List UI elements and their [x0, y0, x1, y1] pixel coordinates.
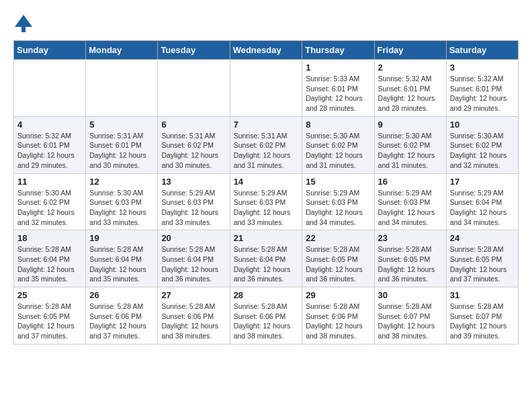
header-row: SundayMondayTuesdayWednesdayThursdayFrid… [14, 41, 519, 60]
calendar-cell: 4Sunrise: 5:32 AM Sunset: 6:01 PM Daylig… [14, 116, 86, 173]
day-number: 17 [450, 177, 515, 187]
cell-content: Sunrise: 5:32 AM Sunset: 6:01 PM Dayligh… [450, 74, 515, 113]
calendar-cell: 12Sunrise: 5:30 AM Sunset: 6:03 PM Dayli… [86, 173, 158, 230]
day-number: 2 [378, 62, 443, 73]
cell-content: Sunrise: 5:31 AM Sunset: 6:02 PM Dayligh… [161, 131, 226, 171]
day-number: 3 [450, 62, 515, 73]
day-number: 13 [161, 177, 226, 187]
calendar-cell: 11Sunrise: 5:30 AM Sunset: 6:02 PM Dayli… [14, 173, 86, 230]
calendar-cell: 31Sunrise: 5:28 AM Sunset: 6:07 PM Dayli… [446, 287, 518, 345]
day-header: Sunday [14, 41, 86, 60]
day-number: 28 [234, 290, 299, 300]
calendar-cell: 23Sunrise: 5:28 AM Sunset: 6:05 PM Dayli… [374, 230, 446, 287]
cell-content: Sunrise: 5:29 AM Sunset: 6:03 PM Dayligh… [234, 188, 299, 228]
calendar-cell [86, 60, 158, 117]
cell-content: Sunrise: 5:28 AM Sunset: 6:07 PM Dayligh… [450, 302, 515, 341]
calendar-cell: 15Sunrise: 5:29 AM Sunset: 6:03 PM Dayli… [302, 173, 374, 230]
calendar-cell: 5Sunrise: 5:31 AM Sunset: 6:01 PM Daylig… [86, 116, 158, 173]
day-number: 1 [306, 62, 370, 73]
day-number: 27 [161, 290, 226, 300]
logo-icon [13, 13, 34, 34]
cell-content: Sunrise: 5:32 AM Sunset: 6:01 PM Dayligh… [17, 131, 82, 171]
day-number: 11 [17, 177, 82, 187]
day-header: Friday [374, 41, 446, 60]
day-number: 6 [161, 120, 226, 130]
calendar-cell: 8Sunrise: 5:30 AM Sunset: 6:02 PM Daylig… [302, 116, 374, 173]
calendar-cell [158, 60, 230, 117]
day-number: 30 [378, 290, 443, 300]
day-number: 31 [450, 290, 515, 300]
cell-content: Sunrise: 5:28 AM Sunset: 6:07 PM Dayligh… [378, 302, 443, 341]
calendar-week: 25Sunrise: 5:28 AM Sunset: 6:05 PM Dayli… [14, 287, 519, 345]
calendar-cell: 7Sunrise: 5:31 AM Sunset: 6:02 PM Daylig… [230, 116, 302, 173]
calendar-cell: 19Sunrise: 5:28 AM Sunset: 6:04 PM Dayli… [86, 230, 158, 287]
calendar-cell: 14Sunrise: 5:29 AM Sunset: 6:03 PM Dayli… [230, 173, 302, 230]
day-header: Thursday [302, 41, 374, 60]
cell-content: Sunrise: 5:30 AM Sunset: 6:03 PM Dayligh… [89, 188, 154, 228]
day-number: 5 [89, 120, 154, 130]
cell-content: Sunrise: 5:28 AM Sunset: 6:04 PM Dayligh… [17, 244, 82, 284]
day-number: 8 [306, 120, 370, 130]
day-number: 22 [306, 233, 370, 243]
cell-content: Sunrise: 5:28 AM Sunset: 6:05 PM Dayligh… [17, 302, 82, 341]
day-number: 24 [450, 233, 515, 243]
calendar-cell: 28Sunrise: 5:28 AM Sunset: 6:06 PM Dayli… [230, 287, 302, 345]
calendar-cell: 17Sunrise: 5:29 AM Sunset: 6:04 PM Dayli… [446, 173, 518, 230]
calendar-week: 4Sunrise: 5:32 AM Sunset: 6:01 PM Daylig… [14, 116, 519, 173]
cell-content: Sunrise: 5:28 AM Sunset: 6:06 PM Dayligh… [306, 302, 370, 341]
calendar-cell: 27Sunrise: 5:28 AM Sunset: 6:06 PM Dayli… [158, 287, 230, 345]
calendar-week: 11Sunrise: 5:30 AM Sunset: 6:02 PM Dayli… [14, 173, 519, 230]
calendar-cell: 9Sunrise: 5:30 AM Sunset: 6:02 PM Daylig… [374, 116, 446, 173]
day-number: 18 [17, 233, 82, 243]
day-number: 12 [89, 177, 154, 187]
calendar-cell: 21Sunrise: 5:28 AM Sunset: 6:04 PM Dayli… [230, 230, 302, 287]
cell-content: Sunrise: 5:28 AM Sunset: 6:05 PM Dayligh… [378, 244, 443, 284]
cell-content: Sunrise: 5:28 AM Sunset: 6:05 PM Dayligh… [450, 244, 515, 284]
calendar-cell: 1Sunrise: 5:33 AM Sunset: 6:01 PM Daylig… [302, 60, 374, 117]
page-header [13, 13, 519, 34]
day-number: 4 [17, 120, 82, 130]
cell-content: Sunrise: 5:30 AM Sunset: 6:02 PM Dayligh… [306, 131, 370, 171]
calendar-cell: 13Sunrise: 5:29 AM Sunset: 6:03 PM Dayli… [158, 173, 230, 230]
calendar-cell: 25Sunrise: 5:28 AM Sunset: 6:05 PM Dayli… [14, 287, 86, 345]
cell-content: Sunrise: 5:28 AM Sunset: 6:04 PM Dayligh… [89, 244, 154, 284]
calendar-cell: 20Sunrise: 5:28 AM Sunset: 6:04 PM Dayli… [158, 230, 230, 287]
calendar: SundayMondayTuesdayWednesdayThursdayFrid… [13, 40, 519, 345]
cell-content: Sunrise: 5:28 AM Sunset: 6:06 PM Dayligh… [161, 302, 226, 341]
calendar-cell: 16Sunrise: 5:29 AM Sunset: 6:03 PM Dayli… [374, 173, 446, 230]
cell-content: Sunrise: 5:28 AM Sunset: 6:04 PM Dayligh… [234, 244, 299, 284]
calendar-cell [14, 60, 86, 117]
cell-content: Sunrise: 5:28 AM Sunset: 6:05 PM Dayligh… [306, 244, 370, 284]
cell-content: Sunrise: 5:30 AM Sunset: 6:02 PM Dayligh… [450, 131, 515, 171]
svg-marker-0 [15, 15, 32, 27]
cell-content: Sunrise: 5:29 AM Sunset: 6:03 PM Dayligh… [161, 188, 226, 228]
day-header: Saturday [446, 41, 518, 60]
svg-rect-1 [21, 27, 26, 32]
cell-content: Sunrise: 5:33 AM Sunset: 6:01 PM Dayligh… [306, 74, 370, 113]
logo [13, 13, 36, 34]
day-number: 29 [306, 290, 370, 300]
day-number: 9 [378, 120, 443, 130]
cell-content: Sunrise: 5:29 AM Sunset: 6:03 PM Dayligh… [378, 188, 443, 228]
calendar-cell: 26Sunrise: 5:28 AM Sunset: 6:06 PM Dayli… [86, 287, 158, 345]
day-number: 16 [378, 177, 443, 187]
calendar-cell: 3Sunrise: 5:32 AM Sunset: 6:01 PM Daylig… [446, 60, 518, 117]
cell-content: Sunrise: 5:30 AM Sunset: 6:02 PM Dayligh… [17, 188, 82, 228]
calendar-cell: 22Sunrise: 5:28 AM Sunset: 6:05 PM Dayli… [302, 230, 374, 287]
calendar-cell: 18Sunrise: 5:28 AM Sunset: 6:04 PM Dayli… [14, 230, 86, 287]
day-number: 15 [306, 177, 370, 187]
cell-content: Sunrise: 5:30 AM Sunset: 6:02 PM Dayligh… [378, 131, 443, 171]
calendar-cell: 29Sunrise: 5:28 AM Sunset: 6:06 PM Dayli… [302, 287, 374, 345]
calendar-body: 1Sunrise: 5:33 AM Sunset: 6:01 PM Daylig… [14, 60, 519, 345]
calendar-cell: 24Sunrise: 5:28 AM Sunset: 6:05 PM Dayli… [446, 230, 518, 287]
day-number: 19 [89, 233, 154, 243]
day-header: Monday [86, 41, 158, 60]
cell-content: Sunrise: 5:28 AM Sunset: 6:06 PM Dayligh… [234, 302, 299, 341]
cell-content: Sunrise: 5:32 AM Sunset: 6:01 PM Dayligh… [378, 74, 443, 113]
day-number: 21 [234, 233, 299, 243]
cell-content: Sunrise: 5:28 AM Sunset: 6:06 PM Dayligh… [89, 302, 154, 341]
cell-content: Sunrise: 5:29 AM Sunset: 6:04 PM Dayligh… [450, 188, 515, 228]
day-header: Tuesday [158, 41, 230, 60]
calendar-header: SundayMondayTuesdayWednesdayThursdayFrid… [14, 41, 519, 60]
calendar-cell: 10Sunrise: 5:30 AM Sunset: 6:02 PM Dayli… [446, 116, 518, 173]
